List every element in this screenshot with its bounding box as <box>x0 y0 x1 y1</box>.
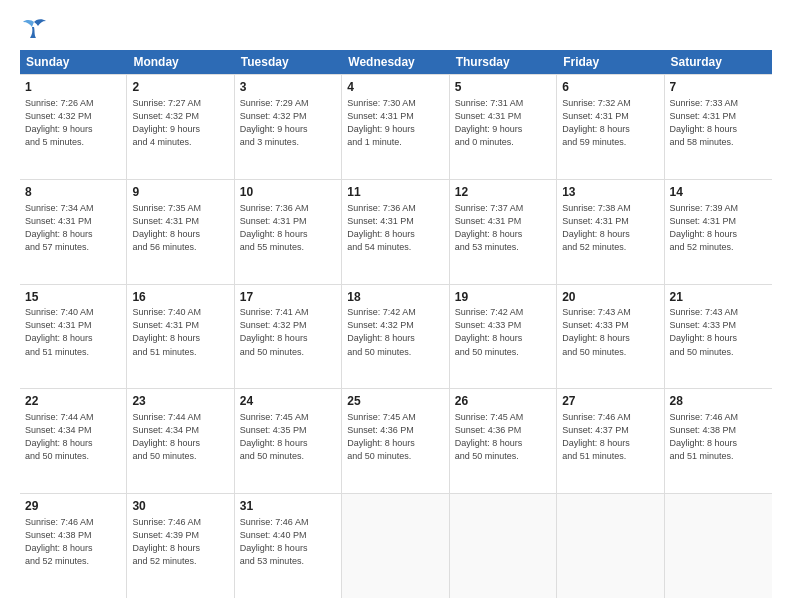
cal-cell-3-1: 15Sunrise: 7:40 AM Sunset: 4:31 PM Dayli… <box>20 285 127 389</box>
cal-cell-2-2: 9Sunrise: 7:35 AM Sunset: 4:31 PM Daylig… <box>127 180 234 284</box>
day-info: Sunrise: 7:26 AM Sunset: 4:32 PM Dayligh… <box>25 97 121 149</box>
cal-cell-4-2: 23Sunrise: 7:44 AM Sunset: 4:34 PM Dayli… <box>127 389 234 493</box>
day-number: 31 <box>240 498 336 515</box>
logo-bird-icon <box>20 18 48 40</box>
day-info: Sunrise: 7:45 AM Sunset: 4:36 PM Dayligh… <box>347 411 443 463</box>
cal-cell-4-3: 24Sunrise: 7:45 AM Sunset: 4:35 PM Dayli… <box>235 389 342 493</box>
header-day-monday: Monday <box>127 50 234 74</box>
header-day-wednesday: Wednesday <box>342 50 449 74</box>
day-info: Sunrise: 7:45 AM Sunset: 4:35 PM Dayligh… <box>240 411 336 463</box>
day-number: 29 <box>25 498 121 515</box>
day-number: 8 <box>25 184 121 201</box>
cal-cell-1-2: 2Sunrise: 7:27 AM Sunset: 4:32 PM Daylig… <box>127 75 234 179</box>
day-info: Sunrise: 7:34 AM Sunset: 4:31 PM Dayligh… <box>25 202 121 254</box>
day-info: Sunrise: 7:40 AM Sunset: 4:31 PM Dayligh… <box>132 306 228 358</box>
cal-cell-4-5: 26Sunrise: 7:45 AM Sunset: 4:36 PM Dayli… <box>450 389 557 493</box>
cal-cell-1-6: 6Sunrise: 7:32 AM Sunset: 4:31 PM Daylig… <box>557 75 664 179</box>
day-number: 6 <box>562 79 658 96</box>
day-number: 12 <box>455 184 551 201</box>
day-number: 2 <box>132 79 228 96</box>
header-day-saturday: Saturday <box>665 50 772 74</box>
day-number: 17 <box>240 289 336 306</box>
day-number: 15 <box>25 289 121 306</box>
day-number: 10 <box>240 184 336 201</box>
day-number: 26 <box>455 393 551 410</box>
cal-cell-5-6 <box>557 494 664 598</box>
day-info: Sunrise: 7:43 AM Sunset: 4:33 PM Dayligh… <box>562 306 658 358</box>
cal-cell-5-1: 29Sunrise: 7:46 AM Sunset: 4:38 PM Dayli… <box>20 494 127 598</box>
day-number: 22 <box>25 393 121 410</box>
day-number: 5 <box>455 79 551 96</box>
cal-cell-2-4: 11Sunrise: 7:36 AM Sunset: 4:31 PM Dayli… <box>342 180 449 284</box>
day-info: Sunrise: 7:46 AM Sunset: 4:38 PM Dayligh… <box>25 516 121 568</box>
cal-cell-3-2: 16Sunrise: 7:40 AM Sunset: 4:31 PM Dayli… <box>127 285 234 389</box>
cal-cell-1-3: 3Sunrise: 7:29 AM Sunset: 4:32 PM Daylig… <box>235 75 342 179</box>
day-info: Sunrise: 7:32 AM Sunset: 4:31 PM Dayligh… <box>562 97 658 149</box>
calendar-row-2: 8Sunrise: 7:34 AM Sunset: 4:31 PM Daylig… <box>20 179 772 284</box>
day-number: 4 <box>347 79 443 96</box>
cal-cell-4-4: 25Sunrise: 7:45 AM Sunset: 4:36 PM Dayli… <box>342 389 449 493</box>
day-number: 30 <box>132 498 228 515</box>
day-info: Sunrise: 7:46 AM Sunset: 4:39 PM Dayligh… <box>132 516 228 568</box>
day-number: 13 <box>562 184 658 201</box>
calendar-row-3: 15Sunrise: 7:40 AM Sunset: 4:31 PM Dayli… <box>20 284 772 389</box>
day-info: Sunrise: 7:46 AM Sunset: 4:40 PM Dayligh… <box>240 516 336 568</box>
cal-cell-5-7 <box>665 494 772 598</box>
page: SundayMondayTuesdayWednesdayThursdayFrid… <box>0 0 792 612</box>
day-info: Sunrise: 7:33 AM Sunset: 4:31 PM Dayligh… <box>670 97 767 149</box>
header-day-sunday: Sunday <box>20 50 127 74</box>
day-number: 18 <box>347 289 443 306</box>
cal-cell-1-5: 5Sunrise: 7:31 AM Sunset: 4:31 PM Daylig… <box>450 75 557 179</box>
day-info: Sunrise: 7:31 AM Sunset: 4:31 PM Dayligh… <box>455 97 551 149</box>
header <box>20 18 772 40</box>
cal-cell-3-4: 18Sunrise: 7:42 AM Sunset: 4:32 PM Dayli… <box>342 285 449 389</box>
day-number: 24 <box>240 393 336 410</box>
cal-cell-5-3: 31Sunrise: 7:46 AM Sunset: 4:40 PM Dayli… <box>235 494 342 598</box>
day-info: Sunrise: 7:27 AM Sunset: 4:32 PM Dayligh… <box>132 97 228 149</box>
day-number: 7 <box>670 79 767 96</box>
day-number: 21 <box>670 289 767 306</box>
calendar-body: 1Sunrise: 7:26 AM Sunset: 4:32 PM Daylig… <box>20 74 772 598</box>
day-number: 9 <box>132 184 228 201</box>
logo <box>20 18 52 40</box>
day-info: Sunrise: 7:42 AM Sunset: 4:32 PM Dayligh… <box>347 306 443 358</box>
day-number: 28 <box>670 393 767 410</box>
header-day-tuesday: Tuesday <box>235 50 342 74</box>
day-info: Sunrise: 7:43 AM Sunset: 4:33 PM Dayligh… <box>670 306 767 358</box>
day-info: Sunrise: 7:29 AM Sunset: 4:32 PM Dayligh… <box>240 97 336 149</box>
cal-cell-2-7: 14Sunrise: 7:39 AM Sunset: 4:31 PM Dayli… <box>665 180 772 284</box>
day-number: 20 <box>562 289 658 306</box>
cal-cell-4-6: 27Sunrise: 7:46 AM Sunset: 4:37 PM Dayli… <box>557 389 664 493</box>
day-info: Sunrise: 7:41 AM Sunset: 4:32 PM Dayligh… <box>240 306 336 358</box>
cal-cell-4-1: 22Sunrise: 7:44 AM Sunset: 4:34 PM Dayli… <box>20 389 127 493</box>
calendar-row-4: 22Sunrise: 7:44 AM Sunset: 4:34 PM Dayli… <box>20 388 772 493</box>
day-number: 11 <box>347 184 443 201</box>
day-number: 1 <box>25 79 121 96</box>
header-day-thursday: Thursday <box>450 50 557 74</box>
day-number: 25 <box>347 393 443 410</box>
cal-cell-5-4 <box>342 494 449 598</box>
cal-cell-5-2: 30Sunrise: 7:46 AM Sunset: 4:39 PM Dayli… <box>127 494 234 598</box>
day-info: Sunrise: 7:35 AM Sunset: 4:31 PM Dayligh… <box>132 202 228 254</box>
day-number: 27 <box>562 393 658 410</box>
cal-cell-1-4: 4Sunrise: 7:30 AM Sunset: 4:31 PM Daylig… <box>342 75 449 179</box>
day-info: Sunrise: 7:36 AM Sunset: 4:31 PM Dayligh… <box>240 202 336 254</box>
calendar-row-1: 1Sunrise: 7:26 AM Sunset: 4:32 PM Daylig… <box>20 74 772 179</box>
day-number: 3 <box>240 79 336 96</box>
calendar: SundayMondayTuesdayWednesdayThursdayFrid… <box>20 50 772 598</box>
cal-cell-2-3: 10Sunrise: 7:36 AM Sunset: 4:31 PM Dayli… <box>235 180 342 284</box>
day-info: Sunrise: 7:42 AM Sunset: 4:33 PM Dayligh… <box>455 306 551 358</box>
day-info: Sunrise: 7:44 AM Sunset: 4:34 PM Dayligh… <box>25 411 121 463</box>
cal-cell-1-7: 7Sunrise: 7:33 AM Sunset: 4:31 PM Daylig… <box>665 75 772 179</box>
cal-cell-5-5 <box>450 494 557 598</box>
cal-cell-4-7: 28Sunrise: 7:46 AM Sunset: 4:38 PM Dayli… <box>665 389 772 493</box>
cal-cell-2-1: 8Sunrise: 7:34 AM Sunset: 4:31 PM Daylig… <box>20 180 127 284</box>
calendar-header: SundayMondayTuesdayWednesdayThursdayFrid… <box>20 50 772 74</box>
cal-cell-2-6: 13Sunrise: 7:38 AM Sunset: 4:31 PM Dayli… <box>557 180 664 284</box>
day-info: Sunrise: 7:45 AM Sunset: 4:36 PM Dayligh… <box>455 411 551 463</box>
day-info: Sunrise: 7:38 AM Sunset: 4:31 PM Dayligh… <box>562 202 658 254</box>
day-info: Sunrise: 7:46 AM Sunset: 4:37 PM Dayligh… <box>562 411 658 463</box>
day-number: 14 <box>670 184 767 201</box>
cal-cell-2-5: 12Sunrise: 7:37 AM Sunset: 4:31 PM Dayli… <box>450 180 557 284</box>
day-info: Sunrise: 7:40 AM Sunset: 4:31 PM Dayligh… <box>25 306 121 358</box>
